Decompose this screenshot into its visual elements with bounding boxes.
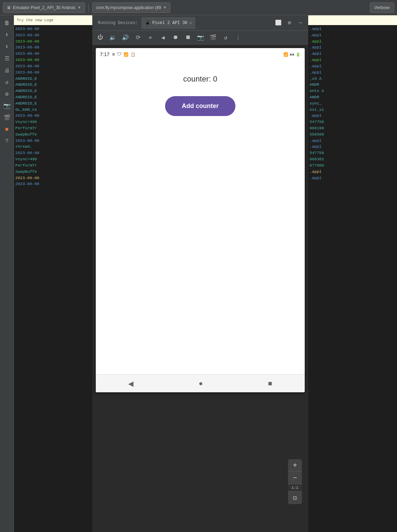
main-layout: 🗑 ⬆ ⬇ ☰ 🖨 ↺ ⚙ 📷 🎬 ■ ? Try the new Loge 2… <box>0 15 397 532</box>
sidebar-pull-icon[interactable]: ⬇ <box>1 41 13 52</box>
app-selector[interactable]: com.fly.mycompose.application (89 ▼ <box>92 2 170 13</box>
right-log-line: 066199 <box>310 125 396 131</box>
right-log-line: 066362 <box>310 156 396 162</box>
rotate-icon[interactable]: ⟳ <box>133 32 143 43</box>
left-log-line: 2023-06-08 <box>15 69 91 76</box>
sidebar-refresh-icon[interactable]: ↺ <box>1 77 13 88</box>
phone-nav-bar: ◀ ● ■ <box>96 374 305 392</box>
left-log-line: 2023-06-08 <box>15 32 91 38</box>
left-log-line: SwapBuffe <box>15 169 91 175</box>
right-log-line: .appl <box>310 113 396 119</box>
right-log-bar <box>308 15 397 25</box>
undo-icon[interactable]: ↺ <box>220 32 231 43</box>
right-log-line: .appl <box>310 63 396 69</box>
emulator-label: Emulator Pixel_2_API_30 Androic <box>13 5 76 10</box>
left-log-line: ANDROID_E <box>15 94 91 100</box>
power-icon[interactable]: ⏻ <box>95 32 106 43</box>
phone-status-icons: ⚙ 🛡 📶 📋 <box>112 52 135 57</box>
verbose-button[interactable]: Verbose <box>370 2 394 13</box>
right-log-line: .appl <box>310 169 396 175</box>
signal-icon: ▲▲ <box>290 52 294 56</box>
left-log-line: 2023-06-08 <box>15 26 91 32</box>
camera-ec-icon[interactable]: 📷 <box>195 32 206 43</box>
left-log-line: 2023-06-08 <box>15 51 91 57</box>
left-log-line: Vsync=496 <box>15 119 91 125</box>
left-log-line: 2023-06-08 <box>15 181 91 187</box>
right-log-line: 077000 <box>310 162 396 169</box>
left-sidebar: 🗑 ⬆ ⬇ ☰ 🖨 ↺ ⚙ 📷 🎬 ■ ? <box>0 15 14 532</box>
right-log-line: sync_ <box>310 100 396 107</box>
add-counter-button[interactable]: Add counter <box>165 96 235 116</box>
left-log-line: ANDROID_E <box>15 100 91 107</box>
right-log-line: .appl <box>310 144 396 150</box>
phone-time: 7:17 <box>100 52 109 57</box>
volume-up-icon[interactable]: 🔊 <box>120 32 131 43</box>
phone-back-button[interactable]: ◀ <box>121 377 140 391</box>
left-log-line: 2023-06-08 <box>15 57 91 63</box>
left-log-line: thread. <box>15 144 91 150</box>
right-log-line: .appl <box>310 69 396 76</box>
stop-icon[interactable]: ⏹ <box>183 32 193 43</box>
left-log-panel: Try the new Loge 2023-06-082023-06-08202… <box>14 15 92 532</box>
sidebar-camera-icon[interactable]: 📷 <box>1 100 13 111</box>
left-log-line: ANDROID_E <box>15 82 91 88</box>
right-log-line: _v3 A <box>310 76 396 82</box>
phone-wrapper: 7:17 ⚙ 🛡 📶 📋 📶 ▲▲ 🔋 counter: <box>92 45 308 532</box>
device-tab-icon: 📱 <box>145 20 150 25</box>
zoom-level-label: 1:1 <box>288 484 302 492</box>
left-log-line: 2023-06-08 <box>15 138 91 144</box>
wifi-status-icon: 📶 <box>124 52 129 57</box>
sidebar-print-icon[interactable]: 🖨 <box>1 65 13 76</box>
left-log-line: 2023-06-08 <box>15 63 91 69</box>
right-log-line: .appl <box>310 175 396 181</box>
settings-icon[interactable]: ⚙ <box>285 18 294 28</box>
back-nav-icon[interactable]: ◀ <box>158 32 168 43</box>
wifi-icon: 📶 <box>283 52 288 57</box>
zoom-in-button[interactable]: + <box>288 459 302 472</box>
phone-recent-button[interactable]: ■ <box>261 377 279 390</box>
device-toolbar: Running Devices: 📱 Pixel 2 API 30 ✕ ⬜ ⚙ … <box>92 15 308 31</box>
zoom-controls: + − 1:1 ⊡ <box>288 459 302 504</box>
right-log-line: .appl <box>310 32 396 38</box>
sidebar-push-icon[interactable]: ⬆ <box>1 29 13 40</box>
right-log-line: .appl <box>310 138 396 144</box>
emulator-controls: ⏻ 🔉 🔊 ⟳ ⇄ ◀ ⏺ ⏹ 📷 🎬 ↺ ⋮ <box>92 31 308 45</box>
settings-status-icon: ⚙ <box>112 52 115 57</box>
minimize-icon[interactable]: — <box>296 18 305 28</box>
screenshot-rotate-icon[interactable]: ⇄ <box>145 32 156 43</box>
left-log-line: PerformTr <box>15 162 91 169</box>
zoom-fit-button[interactable]: ⊡ <box>288 492 302 504</box>
sidebar-video-icon[interactable]: 🎬 <box>1 112 13 123</box>
zoom-out-button[interactable]: − <box>288 472 302 484</box>
phone-content: counter: 0 Add counter <box>96 61 305 374</box>
chevron-down-icon: ▼ <box>78 6 81 9</box>
sidebar-orange-icon[interactable]: ■ <box>1 124 13 135</box>
home-nav-icon[interactable]: ⏺ <box>170 32 181 43</box>
top-bar: 🖥 Emulator Pixel_2_API_30 Androic ▼ com.… <box>0 0 397 15</box>
phone-home-button[interactable]: ● <box>192 377 210 390</box>
emulator-selector[interactable]: 🖥 Emulator Pixel_2_API_30 Androic ▼ <box>3 2 85 13</box>
left-log-line: 2023-06-08 <box>15 38 91 45</box>
video-ec-icon[interactable]: 🎬 <box>208 32 218 43</box>
right-log-content: .appl.appl.appl.appl.appl.appl.appl.appl… <box>308 25 397 182</box>
sim-status-icon: 📋 <box>131 52 135 57</box>
log-try-bar: Try the new Loge <box>14 15 92 25</box>
right-log-line: ANDR <box>310 94 396 100</box>
sidebar-trash-icon[interactable]: 🗑 <box>1 17 13 29</box>
volume-down-icon[interactable]: 🔉 <box>108 32 118 43</box>
counter-display: counter: 0 <box>183 75 217 84</box>
right-log-panel: .appl.appl.appl.appl.appl.appl.appl.appl… <box>308 15 397 532</box>
running-devices-label: Running Devices: <box>95 21 141 25</box>
device-tab-label: Pixel 2 API 30 <box>152 21 187 25</box>
more-icon[interactable]: ⋮ <box>233 32 243 43</box>
phone-status-bar: 7:17 ⚙ 🛡 📶 📋 📶 ▲▲ 🔋 <box>96 48 305 61</box>
close-tab-icon[interactable]: ✕ <box>189 21 192 25</box>
sidebar-settings-icon[interactable]: ⚙ <box>1 88 13 100</box>
device-tab[interactable]: 📱 Pixel 2 API 30 ✕ <box>141 17 195 29</box>
right-log-line: ANDR <box>310 82 396 88</box>
shield-status-icon: 🛡 <box>117 52 122 57</box>
monitor-icon: 🖥 <box>7 5 11 10</box>
window-icon[interactable]: ⬜ <box>273 18 283 28</box>
sidebar-question-icon[interactable]: ? <box>1 136 13 147</box>
sidebar-list-icon[interactable]: ☰ <box>1 53 13 64</box>
